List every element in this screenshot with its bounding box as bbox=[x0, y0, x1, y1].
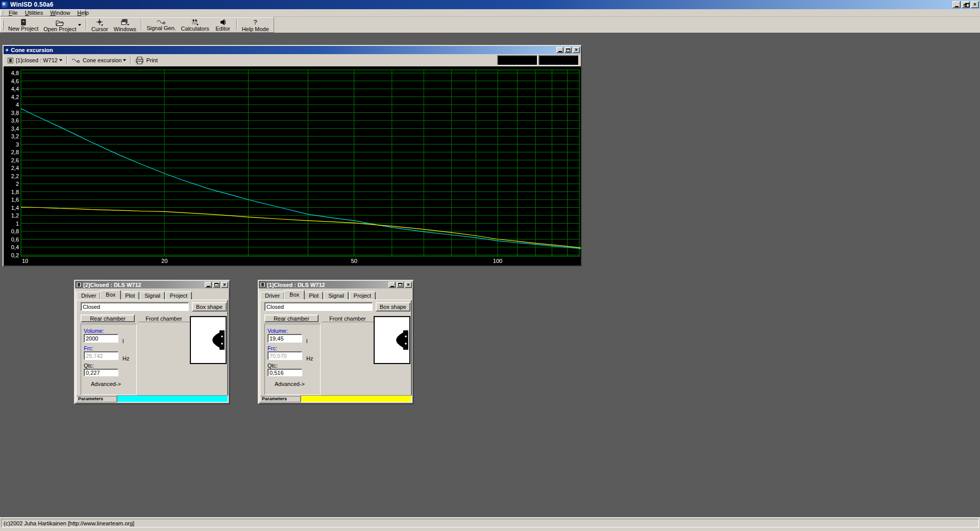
tab-project[interactable]: Project bbox=[349, 292, 376, 300]
svg-text:4,2: 4,2 bbox=[11, 94, 19, 100]
project-selector-dropdown[interactable]: [1]closed : W712 bbox=[6, 56, 64, 64]
desktop: { "app": { "title": "WinISD 0.50a6", "me… bbox=[0, 0, 980, 531]
menu-file[interactable]: File bbox=[5, 10, 21, 16]
sine-wave-icon bbox=[71, 58, 80, 63]
tab-plot[interactable]: Plot bbox=[304, 292, 323, 300]
open-project-dropdown-icon[interactable] bbox=[78, 24, 81, 26]
frc-unit: Hz bbox=[122, 355, 129, 361]
close-button[interactable]: × bbox=[971, 1, 979, 8]
advanced-link[interactable]: Advanced-> bbox=[275, 381, 305, 387]
excursion-chart-svg: 0,20,40,60,811,21,41,61,822,22,42,62,833… bbox=[4, 66, 581, 266]
cursor-readout-value bbox=[538, 55, 579, 65]
svg-text:1,6: 1,6 bbox=[11, 197, 19, 203]
new-project-button[interactable]: New Project bbox=[6, 18, 41, 32]
front-chamber-button[interactable]: Front chamber bbox=[138, 315, 190, 322]
project-1-close-button[interactable]: × bbox=[405, 282, 412, 288]
project-1-maximize-button[interactable] bbox=[397, 282, 404, 288]
cone-window-titlebar[interactable]: ✦ Cone excursion × bbox=[4, 46, 581, 54]
qtc-label: Qtc: bbox=[84, 363, 94, 369]
tab-project[interactable]: Project bbox=[165, 292, 192, 300]
qtc-label: Qtc: bbox=[267, 363, 278, 369]
minimize-button[interactable] bbox=[952, 1, 961, 8]
project-1-titlebar[interactable]: [1]Closed : DLS W712 × bbox=[259, 281, 413, 288]
help-mode-button[interactable]: ? Help Mode bbox=[239, 18, 272, 32]
box-type-field[interactable]: Closed bbox=[264, 302, 373, 311]
frc-input[interactable]: 70,570 bbox=[267, 351, 302, 360]
restore-button[interactable] bbox=[962, 1, 970, 8]
svg-text:2: 2 bbox=[16, 181, 19, 187]
frc-unit: Hz bbox=[306, 355, 313, 361]
editor-button[interactable]: Editor bbox=[212, 18, 234, 32]
project-window-1: [1]Closed : DLS W712 × Driver Box Plot S… bbox=[258, 280, 414, 404]
parameters-cell: Parameters bbox=[260, 395, 301, 402]
project-2-maximize-button[interactable] bbox=[213, 282, 220, 288]
cursor-button[interactable]: Cursor bbox=[89, 18, 111, 32]
menu-window[interactable]: Window bbox=[46, 10, 74, 16]
tab-box[interactable]: Box bbox=[284, 290, 305, 300]
front-chamber-button[interactable]: Front chamber bbox=[322, 315, 374, 322]
project-2-minimize-button[interactable] bbox=[205, 282, 212, 288]
toolbar-separator bbox=[130, 56, 131, 64]
calculators-button[interactable]: Calculators bbox=[179, 18, 212, 32]
volume-input[interactable]: 19,45 bbox=[267, 334, 302, 343]
svg-text:1: 1 bbox=[16, 221, 19, 227]
printer-icon bbox=[135, 57, 144, 64]
qtc-input[interactable]: 0,516 bbox=[267, 369, 302, 376]
app-title: WinISD 0.50a6 bbox=[10, 1, 951, 8]
tab-signal[interactable]: Signal bbox=[140, 292, 165, 300]
close-icon: × bbox=[223, 282, 226, 287]
box-shape-button[interactable]: Box shape bbox=[376, 302, 410, 311]
open-project-button[interactable]: Open Project bbox=[41, 18, 83, 32]
plot-type-dropdown[interactable]: Cone excursion bbox=[69, 56, 128, 64]
tab-plot[interactable]: Plot bbox=[120, 292, 139, 300]
menu-help[interactable]: Help bbox=[74, 10, 92, 16]
tab-box[interactable]: Box bbox=[100, 290, 121, 300]
toolbar-grip[interactable] bbox=[2, 20, 4, 30]
volume-input[interactable]: 2000 bbox=[84, 334, 118, 343]
svg-text:4,6: 4,6 bbox=[11, 78, 19, 84]
frc-input[interactable]: 29,742 bbox=[84, 351, 118, 360]
project-1-title: [1]Closed : DLS W712 bbox=[267, 282, 387, 288]
cone-window-title: Cone excursion bbox=[11, 47, 555, 53]
rear-chamber-button[interactable]: Rear chamber bbox=[81, 315, 135, 322]
menu-utilities[interactable]: Utilities bbox=[21, 10, 46, 16]
svg-text:3,6: 3,6 bbox=[11, 117, 19, 124]
project-1-box-panel: Closed Box shape Rear chamber Front cham… bbox=[260, 300, 412, 396]
project-2-title: [2]Closed : DLS W712 bbox=[83, 282, 204, 288]
rear-chamber-button[interactable]: Rear chamber bbox=[264, 315, 318, 322]
speaker-drawing bbox=[191, 317, 226, 363]
excursion-chart: 0,20,40,60,811,21,41,61,822,22,42,62,833… bbox=[4, 66, 581, 266]
minimize-icon bbox=[558, 51, 562, 52]
project-icon bbox=[8, 58, 13, 63]
box-shape-button[interactable]: Box shape bbox=[192, 302, 227, 311]
project-2-titlebar[interactable]: [2]Closed : DLS W712 × bbox=[75, 281, 229, 288]
tab-driver[interactable]: Driver bbox=[260, 292, 284, 300]
project-2-statusbar: Parameters bbox=[76, 395, 228, 402]
toolbar-separator bbox=[236, 19, 237, 30]
signal-gen-button[interactable]: Signal Gen. bbox=[144, 18, 178, 32]
cursor-readout-frequency bbox=[497, 55, 537, 65]
cone-maximize-button[interactable] bbox=[565, 47, 572, 53]
minimize-icon bbox=[207, 286, 210, 287]
tab-driver[interactable]: Driver bbox=[77, 292, 101, 300]
print-button[interactable]: Print bbox=[133, 56, 160, 65]
box-type-field[interactable]: Closed bbox=[81, 302, 189, 311]
qtc-input[interactable]: 0,227 bbox=[84, 369, 118, 376]
speaker-drawing bbox=[375, 317, 409, 363]
box-shape-preview bbox=[190, 316, 227, 364]
windows-button[interactable]: Windows bbox=[111, 18, 139, 32]
speaker-icon bbox=[219, 19, 226, 26]
cone-minimize-button[interactable] bbox=[556, 47, 564, 53]
project-2-box-panel: Closed Box shape Rear chamber Front cham… bbox=[76, 300, 228, 396]
tab-signal[interactable]: Signal bbox=[324, 292, 349, 300]
menu-grip[interactable] bbox=[2, 10, 3, 15]
project-2-close-button[interactable]: × bbox=[221, 282, 228, 288]
chevron-down-icon bbox=[123, 59, 126, 61]
project-1-color-band bbox=[301, 395, 412, 402]
open-folder-icon bbox=[56, 20, 64, 26]
project-1-minimize-button[interactable] bbox=[388, 282, 396, 288]
cone-close-button[interactable]: × bbox=[573, 47, 580, 53]
advanced-link[interactable]: Advanced-> bbox=[91, 381, 121, 387]
svg-text:1,8: 1,8 bbox=[11, 189, 19, 195]
main-titlebar: WinISD 0.50a6 × bbox=[0, 0, 980, 9]
